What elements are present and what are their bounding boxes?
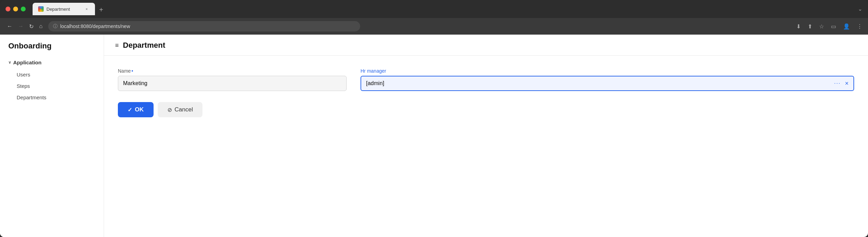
ok-button[interactable]: ✓ OK <box>118 102 154 117</box>
sidebar-section-label: Application <box>13 60 42 65</box>
chevron-icon: ∨ <box>8 60 11 65</box>
sidebar-toggle-icon[interactable]: ▭ <box>831 23 836 30</box>
title-bar-right: ⌄ <box>858 6 862 12</box>
profile-icon[interactable]: 👤 <box>843 23 850 30</box>
hr-manager-clear-button[interactable]: × <box>843 79 850 89</box>
hr-manager-label: Hr manager <box>361 68 854 74</box>
traffic-lights <box>6 7 26 11</box>
hr-manager-input-container[interactable]: [admin] ··· × <box>361 76 854 91</box>
address-bar-right: ⬇ ⬆ ☆ ▭ 👤 ⋮ <box>796 23 862 30</box>
name-input[interactable] <box>118 76 347 91</box>
main-header: ≡ Department <box>104 35 868 56</box>
tab-close-button[interactable]: × <box>84 6 89 12</box>
cancel-button[interactable]: ⊘ Cancel <box>158 102 203 117</box>
bookmark-icon[interactable]: ☆ <box>819 23 824 30</box>
tabs-bar: Department × + <box>33 3 854 15</box>
page-content: Onboarding ∨ Application Users Steps Dep… <box>0 35 868 237</box>
back-button[interactable]: ← <box>6 22 14 31</box>
sidebar-item-users[interactable]: Users <box>12 69 98 80</box>
sidebar: Onboarding ∨ Application Users Steps Dep… <box>0 35 104 237</box>
hamburger-icon[interactable]: ≡ <box>115 42 119 49</box>
page-title: Department <box>123 41 165 50</box>
maximize-window-button[interactable] <box>21 7 26 11</box>
sidebar-items: Users Steps Departments <box>6 69 98 103</box>
minimize-window-button[interactable] <box>13 7 18 11</box>
hr-input-actions: ··· × <box>829 79 853 89</box>
url-bar[interactable]: ⓘ localhost:8080/departments/new <box>48 21 360 31</box>
tab-favicon-icon <box>38 6 44 12</box>
form-area: Name• Hr manager [admin] ··· × <box>104 56 868 130</box>
form-row: Name• Hr manager [admin] ··· × <box>118 68 854 91</box>
hr-manager-value: [admin] <box>361 80 829 86</box>
browser-window: Department × + ⌄ ← → ↻ ⌂ ⓘ localhost:808… <box>0 0 868 237</box>
form-actions: ✓ OK ⊘ Cancel <box>118 102 854 117</box>
name-field-group: Name• <box>118 68 347 91</box>
ok-label: OK <box>135 106 144 113</box>
check-icon: ✓ <box>128 107 132 113</box>
sidebar-section: ∨ Application Users Steps Departments <box>0 57 104 103</box>
reload-button[interactable]: ↻ <box>28 22 35 31</box>
close-window-button[interactable] <box>6 7 10 11</box>
share-icon[interactable]: ⬆ <box>808 23 812 30</box>
main-area: ≡ Department Name• Hr manager <box>104 35 868 237</box>
address-bar: ← → ↻ ⌂ ⓘ localhost:8080/departments/new… <box>0 18 868 35</box>
download-icon[interactable]: ⬇ <box>796 23 801 30</box>
title-bar: Department × + ⌄ <box>0 0 868 18</box>
new-tab-button[interactable]: + <box>96 4 106 15</box>
forward-button[interactable]: → <box>17 22 25 31</box>
hr-manager-field-group: Hr manager [admin] ··· × <box>361 68 854 91</box>
sidebar-item-departments[interactable]: Departments <box>12 92 98 103</box>
more-menu-icon[interactable]: ⋮ <box>857 23 862 30</box>
sidebar-section-header[interactable]: ∨ Application <box>6 57 98 67</box>
lock-icon: ⓘ <box>53 23 58 29</box>
chevron-down-icon[interactable]: ⌄ <box>858 6 862 12</box>
browser-tab[interactable]: Department × <box>33 3 95 15</box>
required-indicator: • <box>131 68 133 74</box>
cancel-icon: ⊘ <box>167 107 172 113</box>
sidebar-title: Onboarding <box>0 42 104 57</box>
hr-manager-more-button[interactable]: ··· <box>833 79 842 88</box>
name-label: Name• <box>118 68 347 74</box>
home-button[interactable]: ⌂ <box>38 22 44 31</box>
tab-label: Department <box>46 7 81 12</box>
nav-buttons: ← → ↻ ⌂ <box>6 22 44 31</box>
cancel-label: Cancel <box>175 106 193 113</box>
sidebar-item-steps[interactable]: Steps <box>12 80 98 92</box>
url-text: localhost:8080/departments/new <box>60 24 130 29</box>
